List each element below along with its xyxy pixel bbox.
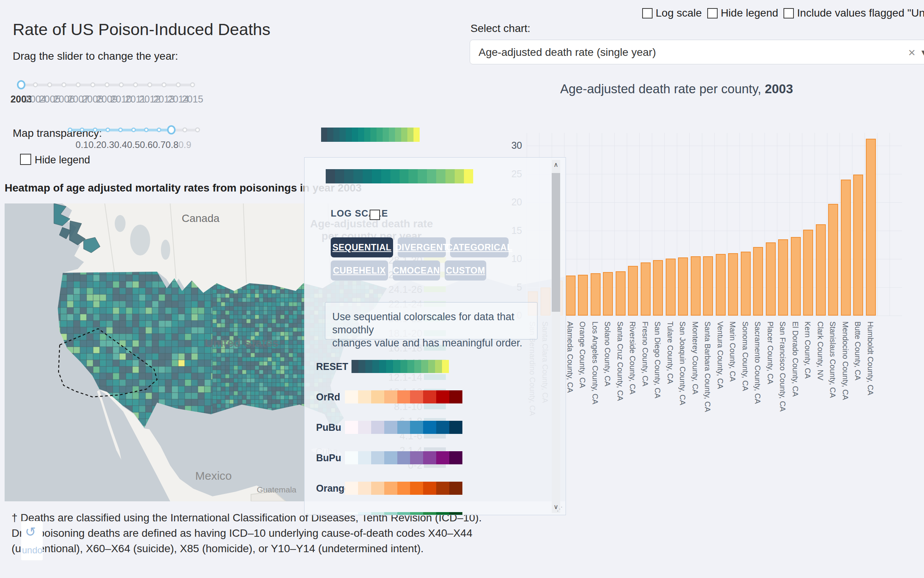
tab-cmocean[interactable]: CMOCEAN bbox=[393, 260, 440, 281]
scale-bar-next[interactable] bbox=[345, 512, 462, 515]
undo-label[interactable]: undo bbox=[22, 545, 42, 556]
bar-14[interactable] bbox=[703, 256, 713, 316]
transparency-dot[interactable] bbox=[93, 128, 97, 132]
bar-20[interactable] bbox=[778, 239, 788, 316]
tab-cubehelix[interactable]: CUBEHELIX bbox=[331, 260, 388, 281]
scale-bar-Oranges[interactable] bbox=[345, 482, 462, 495]
page-title: Rate of US Poison-Induced Deaths bbox=[13, 20, 270, 39]
x-label: Santa Cruz County, CA bbox=[616, 321, 624, 401]
bar-24[interactable] bbox=[828, 204, 838, 316]
undo-toast[interactable]: ↺ undo bbox=[21, 521, 43, 560]
year-slider-dot[interactable] bbox=[90, 82, 95, 87]
year-slider-dot[interactable] bbox=[176, 82, 181, 87]
colorscale-picker-popup[interactable]: LOG SCALE SEQUENTIAL DIVERGENT CATEGORIC… bbox=[304, 157, 566, 515]
bar-8[interactable] bbox=[628, 266, 638, 316]
x-label: Ventura County, CA bbox=[716, 321, 725, 389]
chevron-down-icon[interactable]: ▼ bbox=[920, 48, 924, 58]
tab-sequential[interactable]: SEQUENTIAL bbox=[331, 237, 393, 257]
year-slider-dot[interactable] bbox=[47, 82, 52, 87]
transparency-dot[interactable] bbox=[144, 128, 149, 132]
hide-legend-checkbox[interactable] bbox=[707, 8, 718, 18]
year-slider-dot[interactable] bbox=[62, 82, 67, 87]
transparency-dot[interactable] bbox=[105, 128, 110, 132]
bar-10[interactable] bbox=[653, 260, 663, 316]
x-label: Riverside County, CA bbox=[628, 321, 637, 395]
popup-scrollbar-thumb[interactable] bbox=[552, 173, 560, 312]
scale-bar-PuBu[interactable] bbox=[345, 421, 462, 434]
scale-label-BuPu: BuPu bbox=[316, 452, 347, 464]
hide-legend-label-left: Hide legend bbox=[35, 154, 90, 166]
chart-option-checkboxes: Log scale Hide legend Include values fla… bbox=[642, 7, 924, 19]
resize-grip-icon[interactable]: ⋰ bbox=[557, 506, 564, 513]
popup-log-scale-checkbox[interactable] bbox=[370, 210, 380, 220]
bar-27[interactable] bbox=[866, 139, 876, 316]
map-label-canada: Canada bbox=[182, 212, 220, 224]
bar-19[interactable] bbox=[766, 242, 776, 316]
transparency-dot[interactable] bbox=[118, 128, 123, 132]
year-slider-dot[interactable] bbox=[147, 82, 152, 87]
bar-15[interactable] bbox=[716, 254, 726, 316]
bar-6[interactable] bbox=[603, 272, 613, 316]
year-slider-dot[interactable] bbox=[104, 82, 109, 87]
bar-22[interactable] bbox=[803, 230, 813, 316]
year-slider-dot[interactable] bbox=[119, 82, 124, 87]
scale-bar-BuPu[interactable] bbox=[345, 451, 462, 464]
transparency-dot[interactable] bbox=[182, 128, 187, 133]
bar-3[interactable] bbox=[566, 276, 576, 316]
clear-icon[interactable]: × bbox=[908, 45, 916, 60]
transparency-dot[interactable] bbox=[195, 128, 200, 133]
tab-custom[interactable]: CUSTOM bbox=[445, 260, 486, 281]
x-label: Tulare County, CA bbox=[666, 321, 675, 384]
transparency-dot[interactable] bbox=[80, 128, 84, 132]
transparency-dot[interactable] bbox=[131, 128, 136, 132]
bar-16[interactable] bbox=[728, 253, 738, 316]
scale-bar-OrRd[interactable] bbox=[345, 390, 462, 403]
include-unreliable-checkbox[interactable] bbox=[783, 8, 794, 18]
x-label: Marin County, CA bbox=[728, 321, 737, 381]
transparency-label-0.3: 0.3 bbox=[101, 139, 114, 150]
include-unreliable-label: Include values flagged "Unreliable" bbox=[797, 7, 924, 19]
popup-main-colorscale[interactable] bbox=[326, 169, 473, 183]
bar-23[interactable] bbox=[816, 224, 826, 316]
x-label: Mendocino County, CA bbox=[841, 321, 850, 400]
bar-4[interactable] bbox=[578, 275, 588, 316]
transparency-dot[interactable] bbox=[157, 128, 161, 132]
bar-11[interactable] bbox=[666, 259, 676, 316]
year-slider-caption: Drag the slider to change the year: bbox=[13, 50, 178, 62]
year-slider-dot[interactable] bbox=[76, 82, 81, 87]
transparency-label-0.8: 0.8 bbox=[166, 139, 178, 150]
bar-21[interactable] bbox=[791, 237, 801, 316]
x-label: Fresno County, CA bbox=[641, 321, 649, 386]
x-label: Los Angeles County, CA bbox=[591, 321, 599, 404]
year-slider-dot[interactable] bbox=[190, 82, 195, 87]
tab-divergent[interactable]: DIVERGENT bbox=[398, 237, 446, 257]
bar-25[interactable] bbox=[841, 180, 851, 316]
bar-7[interactable] bbox=[616, 271, 626, 316]
hide-legend-checkbox-left[interactable] bbox=[20, 154, 31, 165]
scale-label-OrRd: OrRd bbox=[316, 391, 347, 403]
chart-select-dropdown[interactable]: Age-adjusted death rate (single year) × … bbox=[470, 40, 924, 64]
bar-18[interactable] bbox=[753, 247, 763, 316]
map-label-united-states: United States bbox=[205, 336, 279, 349]
scale-bar-RESET[interactable] bbox=[352, 360, 449, 373]
year-slider-dot[interactable] bbox=[33, 82, 38, 87]
transparency-dot[interactable] bbox=[68, 128, 72, 132]
bar-9[interactable] bbox=[641, 262, 651, 316]
bar-12[interactable] bbox=[678, 257, 688, 316]
year-slider-dot[interactable] bbox=[162, 82, 167, 87]
x-label: El Dorado County, CA bbox=[791, 321, 800, 397]
bar-17[interactable] bbox=[741, 252, 751, 316]
bar-13[interactable] bbox=[691, 256, 701, 316]
log-scale-checkbox[interactable] bbox=[642, 8, 653, 18]
year-slider-handle[interactable] bbox=[17, 80, 25, 89]
x-label: Stanislaus County, CA bbox=[828, 321, 837, 398]
tab-categorical[interactable]: CATEGORICAL bbox=[450, 237, 509, 257]
undo-icon: ↺ bbox=[25, 524, 36, 539]
y-tick-30: 30 bbox=[489, 140, 522, 151]
bar-5[interactable] bbox=[591, 273, 601, 316]
year-slider-dot[interactable] bbox=[133, 82, 138, 87]
bar-26[interactable] bbox=[853, 175, 863, 316]
colorscale-preview[interactable] bbox=[321, 128, 420, 142]
transparency-handle[interactable] bbox=[167, 125, 176, 134]
scroll-up-icon[interactable]: ∧ bbox=[552, 161, 560, 169]
